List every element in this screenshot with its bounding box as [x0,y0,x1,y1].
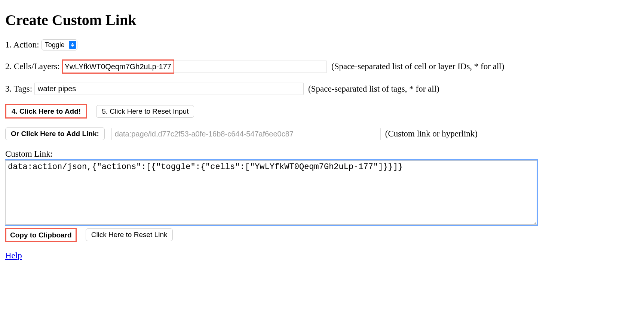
tags-input[interactable] [34,83,304,95]
custom-link-label: Custom Link: [5,149,639,159]
action-select[interactable]: Toggle [42,39,77,50]
tags-label: 3. Tags: [5,84,32,94]
add-link-row: Or Click Here to Add Link: (Custom link … [5,127,639,140]
copy-button-highlight: Copy to Clipboard [5,228,77,242]
action-label: 1. Action: [5,40,39,50]
reset-input-button[interactable]: 5. Click Here to Reset Input [96,105,194,118]
cells-hint: (Space-separated list of cell or layer I… [331,62,504,71]
add-button[interactable]: 4. Click Here to Add! [9,107,83,116]
action-row: 1. Action: Toggle [5,39,639,50]
tags-row: 3. Tags: (Space-separated list of tags, … [5,83,639,95]
bottom-buttons-row: Copy to Clipboard Click Here to Reset Li… [5,228,639,242]
reset-link-button[interactable]: Click Here to Reset Link [86,228,173,241]
cells-input[interactable] [174,61,327,73]
cells-highlighted-value: YwLYfkWT0Qeqm7Gh2uLp-177 [62,59,174,74]
page-title: Create Custom Link [5,11,639,29]
add-link-button[interactable]: Or Click Here to Add Link: [5,127,105,140]
custom-link-textarea[interactable]: data:action/json,{"actions":[{"toggle":{… [5,160,537,225]
tags-hint: (Space-separated list of tags, * for all… [308,84,439,94]
copy-clipboard-button[interactable]: Copy to Clipboard [9,231,73,239]
help-link[interactable]: Help [5,251,22,260]
link-input[interactable] [111,128,381,140]
add-reset-row: 4. Click Here to Add! 5. Click Here to R… [5,104,639,119]
add-button-highlight: 4. Click Here to Add! [5,104,87,119]
link-hint: (Custom link or hyperlink) [385,129,478,139]
cells-row: 2. Cells/Layers: YwLYfkWT0Qeqm7Gh2uLp-17… [5,59,639,74]
cells-label: 2. Cells/Layers: [5,62,60,71]
